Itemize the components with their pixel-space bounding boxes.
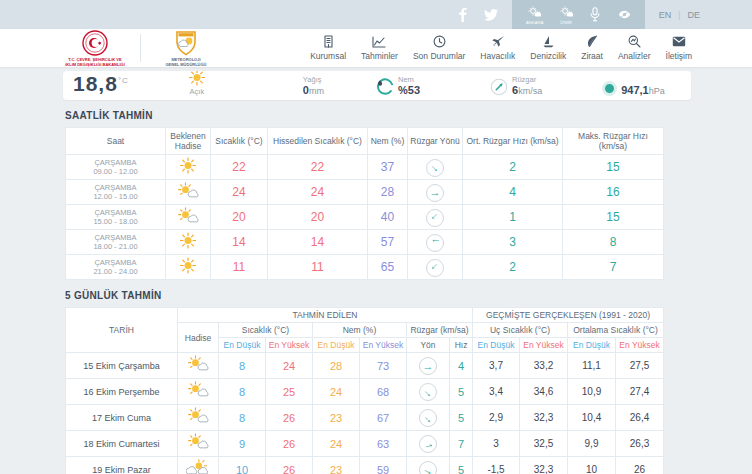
- nav-label: Denizcilik: [530, 51, 566, 61]
- nav-item-ziraat[interactable]: Ziraat: [581, 35, 603, 61]
- mgm-logo[interactable]: METEOROLOJİ GENEL MÜDÜRLÜĞÜ: [151, 30, 221, 67]
- microphone-icon[interactable]: [589, 7, 602, 22]
- hourly-avg-wind: 3: [463, 230, 563, 255]
- hourly-temp: 11: [211, 255, 268, 280]
- hourly-forecast-table: SaatBeklenen HadiseSıcaklık (°C)Hissedil…: [65, 127, 664, 280]
- hourly-humidity: 40: [368, 205, 408, 230]
- nav-item-tahminler[interactable]: Tahminler: [361, 35, 398, 61]
- daily-wind-speed: 5: [450, 405, 473, 431]
- airplane-icon: [491, 35, 505, 48]
- current-wind: Rüzgar 6km/sa: [490, 75, 542, 96]
- daily-humidity-max: 67: [360, 405, 407, 431]
- sunny-icon: [178, 257, 198, 274]
- nav-item-havaclk[interactable]: Havacılık: [480, 35, 515, 61]
- wind-gauge-icon: [490, 78, 508, 96]
- hourly-wind-direction: →: [408, 255, 463, 280]
- nav-item-analizler[interactable]: Analizler: [618, 35, 651, 61]
- humidity-gauge-icon: [376, 78, 394, 96]
- daily-average-min: 10,4: [568, 405, 616, 431]
- ministry-logo[interactable]: T.C. ÇEVRE, ŞEHİRCİLİK VE İKLİM DEĞİŞİKL…: [60, 30, 130, 67]
- leaf-header-max: En Yüksek: [520, 338, 568, 353]
- daily-humidity-min: 23: [313, 405, 360, 431]
- daily-humidity-min: 24: [313, 431, 360, 457]
- hourly-humidity: 65: [368, 255, 408, 280]
- nav-item-sondurumlar[interactable]: Son Durumlar: [413, 35, 465, 61]
- top-bar: ANKARA İZMİR EN | DE: [0, 0, 752, 29]
- daily-row: 19 Ekim Pazar 10 26 23 59 → 5 -1,5 32,3 …: [66, 457, 664, 474]
- lang-en[interactable]: EN: [659, 10, 672, 20]
- lang-de[interactable]: DE: [687, 10, 700, 20]
- hourly-max-wind: 15: [563, 205, 664, 230]
- daily-extreme-max: 34,6: [520, 379, 568, 405]
- current-precipitation: Yağış 0mm: [303, 75, 324, 96]
- nav-item-iletiim[interactable]: İletişim: [666, 35, 692, 61]
- hourly-avg-wind: 2: [463, 155, 563, 180]
- logos: T.C. ÇEVRE, ŞEHİRCİLİK VE İKLİM DEĞİŞİKL…: [60, 30, 221, 67]
- current-pressure-actual: 947,1hPa: [602, 75, 665, 96]
- wind-direction-icon: →: [419, 461, 437, 474]
- wind-direction-icon: →: [426, 234, 444, 252]
- daily-humidity-max: 59: [360, 457, 407, 474]
- facebook-icon[interactable]: [456, 8, 470, 22]
- envelope-icon: [672, 35, 686, 48]
- daily-humidity-max: 73: [360, 353, 407, 379]
- daily-extreme-min: -1,5: [473, 457, 520, 474]
- partly-cloudy-icon: [187, 433, 209, 450]
- current-condition: Açık: [187, 71, 207, 96]
- daily-condition: [178, 379, 219, 405]
- daily-date: 16 Ekim Perşembe: [66, 379, 178, 405]
- leaf-header-direction: Yön: [407, 338, 450, 353]
- hourly-condition: [166, 230, 211, 255]
- daily-row: 17 Ekim Cuma 8 26 23 67 → 5 2,9 32,3 10,…: [66, 405, 664, 431]
- hourly-feels-like: 20: [268, 205, 368, 230]
- hourly-time: ÇARŞAMBA15.00 - 18.00: [66, 205, 166, 230]
- wind-direction-icon: →: [419, 409, 437, 427]
- daily-average-min: 11,1: [568, 353, 616, 379]
- current-weather-strip: 18,8°C Açık Yağış 0mm Nem %53 Rüzgar 6km…: [63, 71, 691, 100]
- hourly-time: ÇARŞAMBA09.00 - 12.00: [66, 155, 166, 180]
- hourly-row: ÇARŞAMBA15.00 - 18.00 20 20 40 → 1 15: [66, 205, 664, 230]
- leaf-header-min: En Düşük: [473, 338, 520, 353]
- quick-tools: ANKARA İZMİR: [512, 0, 645, 29]
- daily-wind-speed: 5: [450, 379, 473, 405]
- partly-cloudy-icon: [187, 381, 209, 398]
- wind-direction-icon: →: [419, 435, 437, 453]
- daily-temp-max: 26: [266, 405, 313, 431]
- nav-item-denizcilik[interactable]: Denizcilik: [530, 35, 566, 61]
- daily-temp-min: 9: [219, 431, 266, 457]
- twitter-icon[interactable]: [484, 8, 498, 22]
- current-temperature: 18,8°C: [73, 72, 129, 96]
- wind-direction-icon: →: [426, 184, 444, 202]
- hourly-row: ÇARŞAMBA09.00 - 12.00 22 22 37 → 2 15: [66, 155, 664, 180]
- daily-wind-direction: →: [407, 405, 450, 431]
- daily-humidity-max: 68: [360, 379, 407, 405]
- hourly-condition: [166, 205, 211, 230]
- wind-direction-icon: →: [419, 383, 437, 401]
- mgm-shield-icon: [174, 30, 198, 56]
- daily-humidity-max: 63: [360, 431, 407, 457]
- hourly-feels-like: 11: [268, 255, 368, 280]
- daily-temp-min: 8: [219, 379, 266, 405]
- logo-divider: [140, 34, 141, 62]
- hourly-col-header: Ort. Rüzgar Hızı (km/sa): [463, 128, 563, 155]
- nav-item-kurumsal[interactable]: Kurumsal: [310, 35, 346, 61]
- nav-label: Ziraat: [581, 51, 603, 61]
- daily-average-max: 26,3: [616, 431, 664, 457]
- daily-extreme-max: 33,2: [520, 353, 568, 379]
- daily-extreme-min: 3,7: [473, 353, 520, 379]
- city-label: İZMİR: [560, 20, 572, 25]
- hourly-feels-like: 24: [268, 180, 368, 205]
- hourly-condition: [166, 180, 211, 205]
- hourly-temp: 22: [211, 155, 268, 180]
- city-shortcut-ankara[interactable]: ANKARA: [526, 5, 544, 25]
- city-shortcut-izmir[interactable]: İZMİR: [560, 5, 573, 25]
- hourly-time: ÇARŞAMBA18.00 - 21.00: [66, 230, 166, 255]
- hourly-humidity: 37: [368, 155, 408, 180]
- daily-extreme-min: 3,4: [473, 379, 520, 405]
- daily-extreme-max: 32,5: [520, 431, 568, 457]
- daily-date: 15 Ekim Çarşamba: [66, 353, 178, 379]
- accessibility-eye-icon[interactable]: [618, 7, 631, 22]
- hourly-col-header: Beklenen Hadise: [166, 128, 211, 155]
- city-weather-icon: [560, 5, 573, 20]
- daily-average-max: 27,4: [616, 379, 664, 405]
